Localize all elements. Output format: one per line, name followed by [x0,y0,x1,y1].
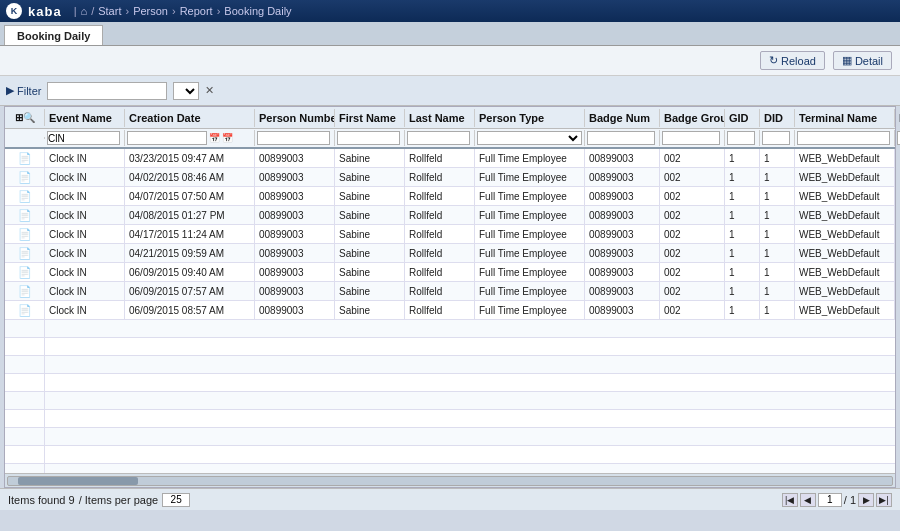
header-person-type[interactable]: Person Type [475,109,585,127]
header-person-number[interactable]: Person Number [255,109,335,127]
row-cell-person_type: Full Time Employee [475,168,585,186]
header-creation-date[interactable]: Creation Date [125,109,255,127]
row-cell-terminal_name: WEB_WebDefault [795,206,895,224]
filter-person-number-cell [255,130,335,146]
horizontal-scrollbar[interactable] [7,476,893,486]
row-cell-gid: 1 [725,225,760,243]
row-doc-icon: 📄 [18,228,32,241]
row-cell-badge_num: 00899003 [585,225,660,243]
table-row-empty [5,464,895,473]
table-row[interactable]: 📄Clock IN04/07/2015 07:50 AM00899003Sabi… [5,187,895,206]
row-cell-badge_group: 002 [660,263,725,281]
table-row[interactable]: 📄Clock IN04/08/2015 01:27 PM00899003Sabi… [5,206,895,225]
filter-did-input[interactable] [762,131,790,145]
table-row[interactable]: 📄Clock IN04/02/2015 08:46 AM00899003Sabi… [5,168,895,187]
row-cell-badge_group: 002 [660,168,725,186]
tab-booking-daily[interactable]: Booking Daily [4,25,103,45]
row-doc-icon: 📄 [18,285,32,298]
row-icon-cell: 📄 [5,187,45,205]
calendar-end-icon[interactable]: 📅 [222,133,233,143]
filter-last-name-input[interactable] [407,131,470,145]
filter-clear-icon[interactable]: ✕ [205,84,214,97]
filter-event-name-input[interactable] [47,131,120,145]
row-cell-first_name: Sabine [335,168,405,186]
row-cell-did: 1 [760,263,795,281]
next-page-button[interactable]: ▶ [858,493,874,507]
header-gid[interactable]: GID [725,109,760,127]
column-header-row: ⊞ 🔍 Event Name Creation Date Person Numb… [5,107,895,129]
filter-creation-date-input[interactable] [127,131,207,145]
row-cell-last_name: Rollfeld [405,301,475,319]
header-did[interactable]: DID [760,109,795,127]
empty-data-cell [45,428,895,446]
header-error-code[interactable]: Error Code [895,109,900,127]
row-cell-terminal_name: WEB_WebDefault [795,301,895,319]
row-cell-last_name: Rollfeld [405,282,475,300]
header-event-name[interactable]: Event Name [45,109,125,127]
horizontal-scrollbar-area [5,473,895,487]
filter-badge-num-input[interactable] [587,131,655,145]
table-row[interactable]: 📄Clock IN04/21/2015 09:59 AM00899003Sabi… [5,244,895,263]
table-row[interactable]: 📄Clock IN06/09/2015 09:40 AM00899003Sabi… [5,263,895,282]
row-cell-person_number: 00899003 [255,225,335,243]
header-terminal-name[interactable]: Terminal Name [795,109,895,127]
filter-creation-date-cell: 📅 📅 [125,130,255,146]
first-page-button[interactable]: |◀ [782,493,798,507]
filter-person-type-cell [475,130,585,146]
row-cell-badge_num: 00899003 [585,187,660,205]
table-row[interactable]: 📄Clock IN04/17/2015 11:24 AM00899003Sabi… [5,225,895,244]
row-cell-event_name: Clock IN [45,244,125,262]
table-row[interactable]: 📄Clock IN06/09/2015 07:57 AM00899003Sabi… [5,282,895,301]
row-cell-terminal_name: WEB_WebDefault [795,263,895,281]
header-badge-num[interactable]: Badge Num [585,109,660,127]
current-page-input[interactable] [818,493,842,507]
filter-first-name-input[interactable] [337,131,400,145]
row-doc-icon: 📄 [18,152,32,165]
nav-person[interactable]: Person [133,5,168,17]
row-cell-creation_date: 06/09/2015 09:40 AM [125,263,255,281]
row-cell-creation_date: 06/09/2015 08:57 AM [125,301,255,319]
row-cell-person_type: Full Time Employee [475,206,585,224]
filter-icons-cell [5,137,45,139]
detail-button[interactable]: ▦ Detail [833,51,892,70]
nav-report[interactable]: Report [180,5,213,17]
empty-data-cell [45,338,895,356]
filter-arrow-icon: ▶ [6,84,14,97]
items-per-page-input[interactable] [162,493,190,507]
prev-page-button[interactable]: ◀ [800,493,816,507]
table-row-empty [5,392,895,410]
header-last-name[interactable]: Last Name [405,109,475,127]
row-cell-first_name: Sabine [335,244,405,262]
calendar-start-icon[interactable]: 📅 [209,133,220,143]
row-cell-badge_group: 002 [660,225,725,243]
filter-select[interactable] [173,82,199,100]
row-cell-badge_num: 00899003 [585,244,660,262]
table-row[interactable]: 📄Clock IN06/09/2015 08:57 AM00899003Sabi… [5,301,895,320]
table-row[interactable]: 📄Clock IN03/23/2015 09:47 AM00899003Sabi… [5,149,895,168]
filter-toggle[interactable]: ▶ Filter [6,84,41,97]
filter-gid-input[interactable] [727,131,755,145]
row-cell-terminal_name: WEB_WebDefault [795,168,895,186]
filter-search-input[interactable] [47,82,167,100]
filter-terminal-input[interactable] [797,131,890,145]
filter-badge-group-input[interactable] [662,131,720,145]
empty-data-cell [45,374,895,392]
row-icon-cell: 📄 [5,263,45,281]
row-cell-last_name: Rollfeld [405,168,475,186]
row-cell-did: 1 [760,244,795,262]
header-badge-group[interactable]: Badge Group [660,109,725,127]
header-first-name[interactable]: First Name [335,109,405,127]
filter-person-number-input[interactable] [257,131,330,145]
row-cell-event_name: Clock IN [45,187,125,205]
last-page-button[interactable]: ▶| [876,493,892,507]
filter-person-type-select[interactable] [477,131,582,145]
empty-icon-cell [5,320,45,338]
row-doc-icon: 📄 [18,266,32,279]
row-cell-person_type: Full Time Employee [475,301,585,319]
reload-button[interactable]: ↻ Reload [760,51,825,70]
filter-badge-num-cell [585,130,660,146]
row-cell-person_number: 00899003 [255,301,335,319]
nav-start[interactable]: Start [98,5,121,17]
row-cell-gid: 1 [725,263,760,281]
tab-booking-daily-label: Booking Daily [17,30,90,42]
